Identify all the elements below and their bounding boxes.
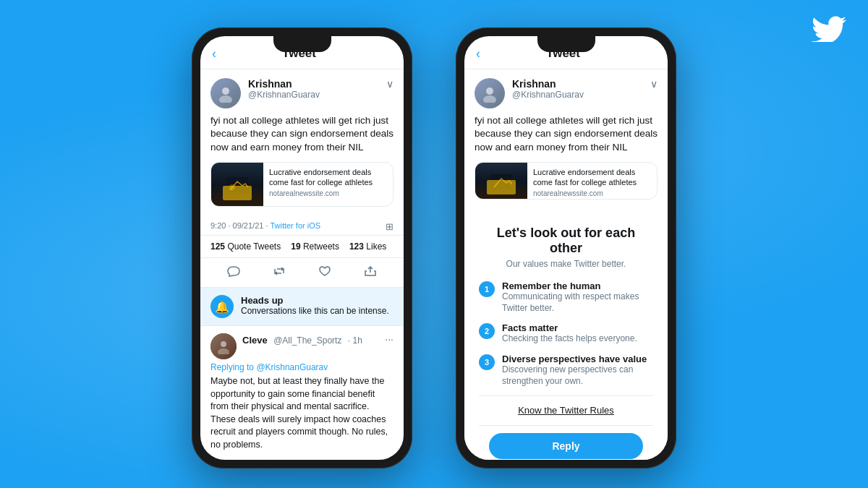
svg-point-1 — [219, 95, 232, 103]
right-value-desc-3: Discovering new perspectives can strengt… — [502, 364, 653, 387]
right-value-number-2: 2 — [479, 323, 495, 339]
left-user-handle: @KrishnanGuarav — [248, 90, 386, 100]
right-tweet-title: Tweet — [488, 46, 639, 61]
left-link-title: Lucrative endorsement deals come fast fo… — [269, 167, 387, 188]
right-link-info: Lucrative endorsement deals come fast fo… — [527, 163, 657, 199]
left-reply-user-info: Cleve @All_The_Sportz · 1h — [242, 333, 385, 346]
left-reply-user-handle: @All_The_Sportz — [273, 335, 341, 346]
left-quote-tweets-stat: 125 Quote Tweets — [210, 241, 281, 252]
left-share-action[interactable] — [361, 262, 380, 283]
left-reply-time: · 1h — [348, 335, 362, 346]
left-bookmark-icon[interactable]: ⊞ — [386, 221, 393, 232]
left-link-domain: notarealnewssite.com — [269, 189, 387, 197]
left-tweet-text: fyi not all college athletes will get ri… — [210, 114, 393, 155]
right-value-item-2: 2 Facts matter Checking the facts helps … — [479, 322, 653, 345]
left-dropdown-icon[interactable]: ∨ — [386, 78, 393, 90]
left-reply-user-row: Cleve @All_The_Sportz · 1h ··· — [210, 333, 393, 359]
right-values-title: Let's look out for each other — [479, 226, 653, 256]
right-phone: ‹ Tweet Krishnan — [456, 27, 676, 468]
left-user-name: Krishnan — [248, 78, 386, 90]
svg-point-0 — [222, 87, 229, 95]
right-value-item-1: 1 Remember the human Communicating with … — [479, 281, 653, 314]
left-reply-text: Maybe not, but at least they finally hav… — [210, 375, 393, 451]
right-tweet-text: fyi not all college athletes will get ri… — [475, 114, 658, 155]
right-link-title: Lucrative endorsement deals come fast fo… — [533, 167, 651, 188]
left-heads-up-title: Heads up — [241, 295, 393, 306]
left-reply-avatar — [210, 333, 237, 359]
right-value-desc-1: Communicating with respect makes Twitter… — [502, 291, 653, 314]
right-rules-link-container: Know the Twitter Rules — [479, 395, 653, 426]
right-user-handle: @KrishnanGuarav — [512, 90, 650, 100]
right-tweet-user-row: Krishnan @KrishnanGuarav ∨ — [475, 78, 658, 108]
left-tweet-title: Tweet — [224, 46, 375, 61]
twitter-bird-icon — [812, 13, 846, 42]
left-tweet-user-row: Krishnan @KrishnanGuarav ∨ — [210, 78, 393, 108]
left-reply-to: Replying to @KrishnanGuarav — [210, 362, 393, 372]
right-value-content-2: Facts matter Checking the facts helps ev… — [502, 322, 653, 345]
left-link-thumbnail — [211, 163, 263, 206]
svg-point-4 — [221, 341, 226, 347]
left-reply-handle-link[interactable]: @KrishnanGuarav — [256, 362, 328, 372]
left-phone-screen: ‹ Tweet Krishnan — [200, 36, 404, 460]
svg-point-5 — [218, 348, 229, 354]
left-retweet-action[interactable] — [270, 262, 289, 283]
right-tweet-header: ‹ Tweet — [464, 36, 668, 69]
left-heads-up-text: Heads up Conversations like this can be … — [241, 295, 393, 316]
right-values-section: Let's look out for each other Our values… — [464, 214, 668, 459]
right-link-card[interactable]: Lucrative endorsement deals come fast fo… — [475, 162, 658, 200]
left-user-info: Krishnan @KrishnanGuarav — [248, 78, 386, 100]
left-heads-up-banner: 🔔 Heads up Conversations like this can b… — [200, 288, 404, 326]
right-back-button[interactable]: ‹ — [476, 46, 480, 61]
left-bell-icon: 🔔 — [210, 295, 234, 318]
right-avatar-img — [475, 78, 505, 108]
left-reply-action[interactable] — [224, 262, 243, 283]
left-tweet-meta: 9:20 · 09/21/21 · Twitter for iOS ⊞ — [200, 218, 404, 236]
left-avatar-img — [210, 78, 241, 108]
left-likes-stat: 123 Likes — [349, 241, 386, 252]
right-values-subtitle: Our values make Twitter better. — [479, 259, 653, 269]
left-phone: ‹ Tweet Krishnan — [192, 27, 412, 468]
right-value-number-1: 1 — [479, 281, 495, 297]
left-heads-up-body: Conversations like this can be intense. — [241, 306, 393, 316]
right-rules-link[interactable]: Know the Twitter Rules — [518, 405, 614, 416]
svg-rect-8 — [490, 174, 512, 189]
right-reply-button[interactable]: Reply — [489, 433, 643, 459]
left-link-card[interactable]: Lucrative endorsement deals come fast fo… — [210, 162, 393, 207]
left-reply-user-name: Cleve — [242, 335, 268, 346]
left-tweet-header: ‹ Tweet — [200, 36, 404, 69]
left-actions-row — [200, 258, 404, 288]
right-avatar — [475, 78, 505, 108]
right-value-number-3: 3 — [479, 354, 495, 370]
right-link-thumbnail — [475, 163, 527, 200]
right-phone-screen: ‹ Tweet Krishnan — [464, 36, 668, 460]
left-reply-tweet: Cleve @All_The_Sportz · 1h ··· Replying … — [200, 326, 404, 458]
left-twitter-link[interactable]: Twitter for iOS — [270, 221, 320, 230]
left-back-button[interactable]: ‹ — [212, 46, 216, 61]
left-retweets-stat: 19 Retweets — [291, 241, 339, 252]
left-reply-dots[interactable]: ··· — [385, 333, 393, 345]
svg-point-7 — [483, 95, 496, 103]
left-stats-row: 125 Quote Tweets 19 Retweets 123 Likes — [200, 236, 404, 258]
right-value-name-3: Diverse perspectives have value — [502, 354, 653, 364]
right-value-content-3: Diverse perspectives have value Discover… — [502, 354, 653, 387]
right-tweet-content: Krishnan @KrishnanGuarav ∨ fyi not all c… — [464, 69, 668, 206]
right-value-item-3: 3 Diverse perspectives have value Discov… — [479, 354, 653, 387]
right-link-domain: notarealnewssite.com — [533, 189, 651, 197]
left-avatar — [210, 78, 241, 108]
left-like-action[interactable] — [315, 262, 334, 283]
left-link-info: Lucrative endorsement deals come fast fo… — [263, 163, 393, 206]
right-dropdown-icon[interactable]: ∨ — [650, 78, 658, 90]
right-value-name-1: Remember the human — [502, 281, 653, 291]
right-user-info: Krishnan @KrishnanGuarav — [512, 78, 650, 100]
right-user-name: Krishnan — [512, 78, 650, 90]
right-value-desc-2: Checking the facts helps everyone. — [502, 333, 653, 345]
svg-point-3 — [229, 184, 235, 190]
left-tweet-content: Krishnan @KrishnanGuarav ∨ fyi not all c… — [200, 69, 404, 219]
right-value-content-1: Remember the human Communicating with re… — [502, 281, 653, 314]
svg-point-6 — [486, 87, 493, 95]
right-value-name-2: Facts matter — [502, 322, 653, 333]
